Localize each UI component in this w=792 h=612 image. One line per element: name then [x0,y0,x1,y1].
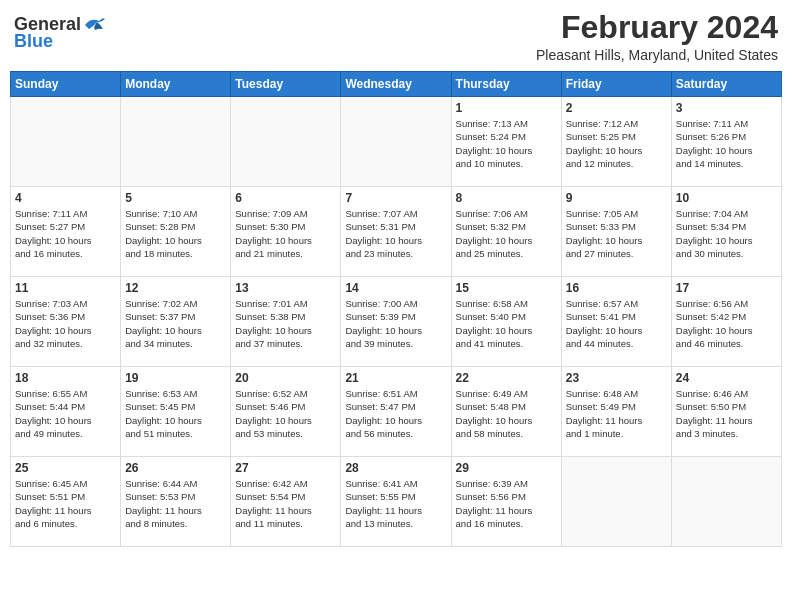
day-number: 8 [456,191,557,205]
day-cell: 29Sunrise: 6:39 AM Sunset: 5:56 PM Dayli… [451,457,561,547]
day-cell: 6Sunrise: 7:09 AM Sunset: 5:30 PM Daylig… [231,187,341,277]
day-number: 19 [125,371,226,385]
weekday-header-thursday: Thursday [451,72,561,97]
week-row-2: 4Sunrise: 7:11 AM Sunset: 5:27 PM Daylig… [11,187,782,277]
day-info: Sunrise: 6:45 AM Sunset: 5:51 PM Dayligh… [15,477,116,530]
day-cell: 26Sunrise: 6:44 AM Sunset: 5:53 PM Dayli… [121,457,231,547]
day-cell: 19Sunrise: 6:53 AM Sunset: 5:45 PM Dayli… [121,367,231,457]
weekday-header-tuesday: Tuesday [231,72,341,97]
day-info: Sunrise: 7:02 AM Sunset: 5:37 PM Dayligh… [125,297,226,350]
day-number: 9 [566,191,667,205]
day-number: 6 [235,191,336,205]
day-cell: 24Sunrise: 6:46 AM Sunset: 5:50 PM Dayli… [671,367,781,457]
day-number: 28 [345,461,446,475]
day-cell [671,457,781,547]
day-cell [121,97,231,187]
logo: General Blue [14,14,107,52]
day-cell: 16Sunrise: 6:57 AM Sunset: 5:41 PM Dayli… [561,277,671,367]
day-number: 14 [345,281,446,295]
day-number: 29 [456,461,557,475]
weekday-header-row: SundayMondayTuesdayWednesdayThursdayFrid… [11,72,782,97]
day-cell: 8Sunrise: 7:06 AM Sunset: 5:32 PM Daylig… [451,187,561,277]
weekday-header-wednesday: Wednesday [341,72,451,97]
day-info: Sunrise: 7:07 AM Sunset: 5:31 PM Dayligh… [345,207,446,260]
week-row-5: 25Sunrise: 6:45 AM Sunset: 5:51 PM Dayli… [11,457,782,547]
day-info: Sunrise: 7:12 AM Sunset: 5:25 PM Dayligh… [566,117,667,170]
day-cell: 14Sunrise: 7:00 AM Sunset: 5:39 PM Dayli… [341,277,451,367]
day-cell: 13Sunrise: 7:01 AM Sunset: 5:38 PM Dayli… [231,277,341,367]
day-info: Sunrise: 7:00 AM Sunset: 5:39 PM Dayligh… [345,297,446,350]
day-cell: 11Sunrise: 7:03 AM Sunset: 5:36 PM Dayli… [11,277,121,367]
day-cell: 18Sunrise: 6:55 AM Sunset: 5:44 PM Dayli… [11,367,121,457]
week-row-1: 1Sunrise: 7:13 AM Sunset: 5:24 PM Daylig… [11,97,782,187]
day-number: 7 [345,191,446,205]
weekday-header-friday: Friday [561,72,671,97]
logo-bird-icon [83,15,107,35]
day-number: 26 [125,461,226,475]
day-info: Sunrise: 6:39 AM Sunset: 5:56 PM Dayligh… [456,477,557,530]
day-info: Sunrise: 6:55 AM Sunset: 5:44 PM Dayligh… [15,387,116,440]
day-number: 13 [235,281,336,295]
day-cell: 4Sunrise: 7:11 AM Sunset: 5:27 PM Daylig… [11,187,121,277]
day-number: 12 [125,281,226,295]
day-number: 1 [456,101,557,115]
day-cell [11,97,121,187]
day-number: 4 [15,191,116,205]
day-cell: 2Sunrise: 7:12 AM Sunset: 5:25 PM Daylig… [561,97,671,187]
page-header: General Blue February 2024 Pleasant Hill… [10,10,782,63]
day-info: Sunrise: 7:03 AM Sunset: 5:36 PM Dayligh… [15,297,116,350]
day-info: Sunrise: 7:01 AM Sunset: 5:38 PM Dayligh… [235,297,336,350]
logo-blue-text: Blue [14,31,53,52]
day-cell: 22Sunrise: 6:49 AM Sunset: 5:48 PM Dayli… [451,367,561,457]
weekday-header-saturday: Saturday [671,72,781,97]
location-subtitle: Pleasant Hills, Maryland, United States [536,47,778,63]
day-info: Sunrise: 6:56 AM Sunset: 5:42 PM Dayligh… [676,297,777,350]
day-info: Sunrise: 7:05 AM Sunset: 5:33 PM Dayligh… [566,207,667,260]
day-cell: 21Sunrise: 6:51 AM Sunset: 5:47 PM Dayli… [341,367,451,457]
day-number: 5 [125,191,226,205]
day-info: Sunrise: 7:10 AM Sunset: 5:28 PM Dayligh… [125,207,226,260]
day-number: 15 [456,281,557,295]
day-cell: 1Sunrise: 7:13 AM Sunset: 5:24 PM Daylig… [451,97,561,187]
day-info: Sunrise: 7:04 AM Sunset: 5:34 PM Dayligh… [676,207,777,260]
day-number: 16 [566,281,667,295]
day-cell: 12Sunrise: 7:02 AM Sunset: 5:37 PM Dayli… [121,277,231,367]
day-info: Sunrise: 6:53 AM Sunset: 5:45 PM Dayligh… [125,387,226,440]
day-info: Sunrise: 7:13 AM Sunset: 5:24 PM Dayligh… [456,117,557,170]
day-number: 25 [15,461,116,475]
day-number: 20 [235,371,336,385]
day-cell [341,97,451,187]
day-cell: 17Sunrise: 6:56 AM Sunset: 5:42 PM Dayli… [671,277,781,367]
calendar-table: SundayMondayTuesdayWednesdayThursdayFrid… [10,71,782,547]
weekday-header-sunday: Sunday [11,72,121,97]
week-row-4: 18Sunrise: 6:55 AM Sunset: 5:44 PM Dayli… [11,367,782,457]
day-info: Sunrise: 7:09 AM Sunset: 5:30 PM Dayligh… [235,207,336,260]
day-number: 22 [456,371,557,385]
day-info: Sunrise: 6:42 AM Sunset: 5:54 PM Dayligh… [235,477,336,530]
day-info: Sunrise: 6:58 AM Sunset: 5:40 PM Dayligh… [456,297,557,350]
day-number: 24 [676,371,777,385]
day-number: 11 [15,281,116,295]
day-cell: 10Sunrise: 7:04 AM Sunset: 5:34 PM Dayli… [671,187,781,277]
day-info: Sunrise: 6:48 AM Sunset: 5:49 PM Dayligh… [566,387,667,440]
day-cell: 27Sunrise: 6:42 AM Sunset: 5:54 PM Dayli… [231,457,341,547]
day-number: 18 [15,371,116,385]
day-info: Sunrise: 7:11 AM Sunset: 5:27 PM Dayligh… [15,207,116,260]
week-row-3: 11Sunrise: 7:03 AM Sunset: 5:36 PM Dayli… [11,277,782,367]
day-info: Sunrise: 7:06 AM Sunset: 5:32 PM Dayligh… [456,207,557,260]
day-cell: 20Sunrise: 6:52 AM Sunset: 5:46 PM Dayli… [231,367,341,457]
day-info: Sunrise: 6:41 AM Sunset: 5:55 PM Dayligh… [345,477,446,530]
day-cell: 23Sunrise: 6:48 AM Sunset: 5:49 PM Dayli… [561,367,671,457]
day-number: 3 [676,101,777,115]
day-info: Sunrise: 6:46 AM Sunset: 5:50 PM Dayligh… [676,387,777,440]
month-year-title: February 2024 [536,10,778,45]
day-number: 10 [676,191,777,205]
day-number: 2 [566,101,667,115]
day-cell [231,97,341,187]
day-info: Sunrise: 6:51 AM Sunset: 5:47 PM Dayligh… [345,387,446,440]
day-number: 17 [676,281,777,295]
day-cell: 28Sunrise: 6:41 AM Sunset: 5:55 PM Dayli… [341,457,451,547]
day-info: Sunrise: 6:44 AM Sunset: 5:53 PM Dayligh… [125,477,226,530]
day-cell: 5Sunrise: 7:10 AM Sunset: 5:28 PM Daylig… [121,187,231,277]
day-info: Sunrise: 6:52 AM Sunset: 5:46 PM Dayligh… [235,387,336,440]
